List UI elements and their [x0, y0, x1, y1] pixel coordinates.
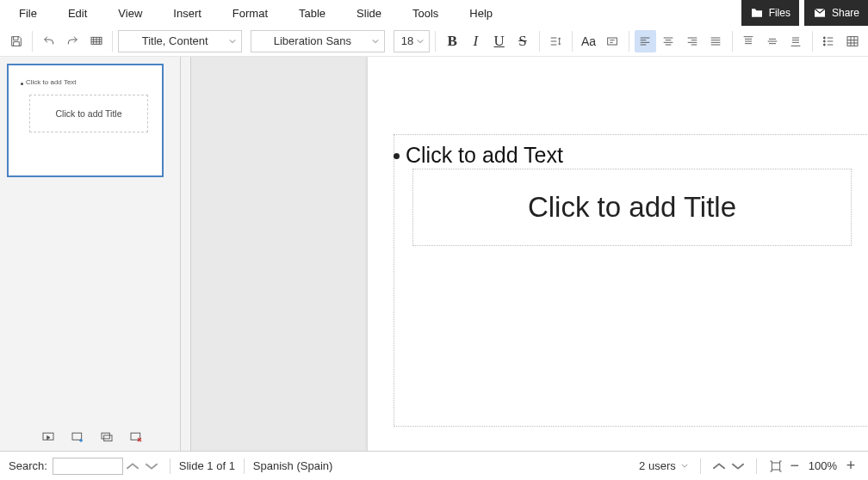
menu-table[interactable]: Table — [283, 2, 341, 25]
new-slide-icon — [71, 430, 84, 444]
separator — [32, 31, 33, 52]
share-label: Share — [832, 7, 859, 19]
table-icon — [846, 34, 859, 48]
menu-slide[interactable]: Slide — [341, 2, 397, 25]
layout-combo[interactable]: Title, Content — [118, 30, 242, 52]
slide-canvas[interactable]: Click to add Text Click to add Title — [368, 57, 868, 451]
files-button[interactable]: Files — [741, 0, 799, 26]
search-input[interactable] — [53, 458, 123, 475]
fontsize-combo[interactable]: 18 — [394, 30, 431, 52]
font-combo[interactable]: Liberation Sans — [251, 30, 385, 52]
fit-page-button[interactable] — [766, 458, 786, 475]
menu-edit[interactable]: Edit — [53, 2, 102, 25]
separator — [812, 31, 813, 52]
underline-button[interactable]: U — [488, 30, 510, 52]
separator — [435, 31, 436, 52]
delete-slide-button[interactable] — [126, 428, 146, 446]
zoom-value[interactable]: 100% — [809, 459, 837, 472]
align-right-button[interactable] — [681, 30, 703, 52]
align-left-icon — [638, 34, 652, 48]
bold-button[interactable]: B — [441, 30, 462, 52]
bold-icon: B — [447, 33, 456, 50]
save-button[interactable] — [5, 30, 27, 52]
title-text-placeholder: Click to add Title — [528, 191, 736, 224]
svg-point-4 — [824, 44, 826, 46]
svg-rect-1 — [608, 38, 617, 45]
view-buttons — [38, 428, 146, 446]
separator — [629, 31, 629, 52]
charcase-button[interactable]: Aa — [578, 30, 599, 52]
nav-down-button[interactable] — [728, 458, 747, 475]
separator — [700, 458, 701, 474]
screen-icon — [90, 34, 103, 48]
content-text-placeholder[interactable]: Click to add Text — [406, 143, 563, 168]
search-next-button[interactable] — [142, 458, 161, 475]
files-label: Files — [769, 7, 790, 19]
bullet-icon — [394, 153, 400, 159]
menu-help[interactable]: Help — [454, 2, 508, 25]
title-placeholder[interactable]: Click to add Title — [412, 169, 852, 246]
edit-area[interactable]: Click to add Text Click to add Title — [191, 57, 868, 451]
zoom-group: − 100% + — [786, 458, 859, 475]
menubar: File Edit View Insert Format Table Slide… — [0, 0, 868, 26]
layout-combo-text: Title, Content — [119, 34, 241, 47]
valign-middle-icon — [766, 34, 779, 48]
normal-view-button[interactable] — [38, 428, 59, 446]
folder-icon — [750, 6, 764, 20]
lineheight-icon — [549, 34, 562, 48]
language-label[interactable]: Spanish (Spain) — [253, 459, 333, 472]
chevron-down-icon — [681, 464, 688, 468]
new-slide-button[interactable] — [67, 428, 88, 446]
chevron-down-icon — [145, 459, 158, 473]
presentation-button[interactable] — [85, 30, 107, 52]
svg-rect-11 — [772, 463, 779, 470]
separator — [539, 31, 540, 52]
share-button[interactable]: Share — [804, 0, 868, 26]
separator — [572, 31, 573, 52]
vertical-ruler — [181, 57, 191, 451]
valign-middle-button[interactable] — [761, 30, 783, 52]
chevron-down-icon — [731, 459, 745, 473]
italic-button[interactable]: I — [465, 30, 487, 52]
duplicate-slide-button[interactable] — [96, 428, 117, 446]
strike-button[interactable]: S — [512, 30, 533, 52]
align-justify-icon — [709, 34, 722, 48]
nav-up-button[interactable] — [710, 458, 728, 475]
delete-slide-icon — [129, 430, 143, 444]
redo-button[interactable] — [62, 30, 84, 52]
zoom-in-button[interactable]: + — [842, 458, 859, 475]
svg-point-3 — [824, 40, 826, 42]
align-center-button[interactable] — [658, 30, 679, 52]
lineheight-button[interactable] — [545, 30, 567, 52]
zoom-out-button[interactable]: − — [786, 458, 803, 475]
separator — [170, 458, 170, 474]
separator — [244, 458, 245, 474]
valign-bottom-button[interactable] — [784, 30, 806, 52]
undo-button[interactable] — [38, 30, 59, 52]
mail-icon — [813, 6, 827, 20]
menu-view[interactable]: View — [102, 2, 158, 25]
align-center-icon — [661, 34, 675, 48]
align-justify-button[interactable] — [704, 30, 726, 52]
main-row: Click to add Text Click to add Title — [0, 57, 868, 451]
align-left-button[interactable] — [635, 30, 656, 52]
textbox-button[interactable] — [601, 30, 623, 52]
menu-format[interactable]: Format — [217, 2, 283, 25]
toolbar: Title, Content Liberation Sans 18 B I U … — [0, 26, 868, 57]
undo-icon — [42, 34, 56, 48]
thumb-text-placeholder: Click to add Text — [26, 78, 77, 86]
chevron-down-icon — [372, 39, 379, 43]
search-label: Search: — [9, 459, 47, 472]
slide-thumbnail-1[interactable]: Click to add Text Click to add Title — [7, 64, 164, 177]
strike-icon: S — [518, 33, 526, 50]
menu-insert[interactable]: Insert — [158, 2, 217, 25]
menu-file[interactable]: File — [3, 2, 53, 25]
top-right-group: Files Share — [741, 0, 868, 26]
valign-top-button[interactable] — [738, 30, 760, 52]
users-label[interactable]: 2 users — [639, 459, 676, 472]
menu-tools[interactable]: Tools — [397, 2, 454, 25]
insert-table-button[interactable] — [841, 30, 863, 52]
search-prev-button[interactable] — [123, 458, 142, 475]
chevron-up-icon — [712, 459, 726, 473]
bullet-list-button[interactable] — [818, 30, 840, 52]
